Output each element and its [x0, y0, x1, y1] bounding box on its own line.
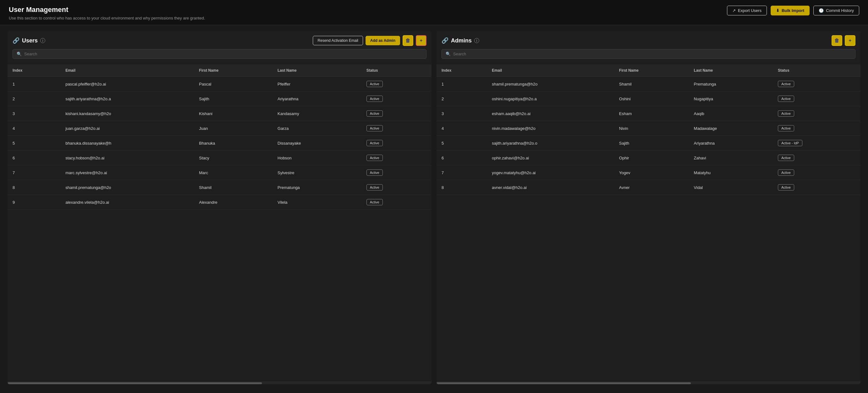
user-email: sajith.ariyarathna@h2o.a [60, 91, 194, 106]
trash-icon: 🗑 [405, 38, 410, 44]
user-lastname: Pfeiffer [273, 77, 362, 91]
admins-scrollbar[interactable] [436, 382, 861, 384]
table-row[interactable]: 9 alexandre.vilela@h2o.ai Alexandre Vile… [7, 195, 432, 210]
table-row[interactable]: 8 avner.vidal@h2o.ai Avner Vidal Active [436, 180, 861, 195]
user-email: marc.sylvestre@h2o.ai [60, 165, 194, 180]
users-search-input[interactable] [24, 52, 423, 56]
admins-trash-icon: 🗑 [834, 38, 839, 44]
admins-panel-actions: 🗑 + [832, 35, 856, 46]
admin-status: Active [773, 150, 861, 165]
user-status: Active [362, 91, 432, 106]
table-row[interactable]: 5 sajith.ariyarathna@h2o.o Sajith Ariyar… [436, 136, 861, 150]
admins-info-icon[interactable]: i [474, 38, 479, 43]
header-actions: ↗ Export Users ⬇ Bulk Import 🕐 Commit Hi… [727, 6, 859, 16]
user-firstname: Marc [194, 165, 273, 180]
table-row[interactable]: 3 esham.aaqib@h2o.ai Esham Aaqib Active [436, 106, 861, 121]
table-row[interactable]: 4 nivin.madawalage@h2o Nivin Madawalage … [436, 121, 861, 136]
users-link-icon: 🔗 [12, 37, 20, 44]
user-status: Active [362, 121, 432, 136]
history-icon: 🕐 [819, 8, 824, 13]
user-index: 5 [7, 136, 60, 150]
table-row[interactable]: 8 shamil.prematunga@h2o Shamil Prematung… [7, 180, 432, 195]
admin-status: Active [773, 180, 861, 195]
users-title-row: 🔗 Users i Resend Activation Email Add as… [12, 35, 427, 46]
admin-index: 4 [436, 121, 487, 136]
admins-scrollbar-thumb [436, 382, 691, 384]
admin-index: 1 [436, 77, 487, 91]
delete-admin-button[interactable]: 🗑 [832, 35, 842, 46]
admins-search-row: 🔍 [441, 49, 856, 59]
user-index: 4 [7, 121, 60, 136]
admin-index: 2 [436, 91, 487, 106]
import-icon: ⬇ [776, 8, 779, 13]
users-scrollbar[interactable] [7, 382, 432, 384]
admins-col-status: Status [773, 64, 861, 77]
user-firstname: Pascal [194, 77, 273, 91]
users-info-icon[interactable]: i [40, 38, 45, 43]
admin-index: 7 [436, 165, 487, 180]
user-status: Active [362, 106, 432, 121]
admin-status: Active [773, 106, 861, 121]
delete-user-button[interactable]: 🗑 [403, 35, 413, 46]
admins-table-body: 1 shamil.prematunga@h2o Shamil Prematung… [436, 77, 861, 195]
admin-index: 6 [436, 150, 487, 165]
table-row[interactable]: 7 yogev.matatyhu@h2o.ai Yogev Matatyhu A… [436, 165, 861, 180]
users-col-lastname: Last Name [273, 64, 362, 77]
admin-email: esham.aaqib@h2o.ai [487, 106, 614, 121]
admin-firstname: Shamil [614, 77, 689, 91]
table-row[interactable]: 2 sajith.ariyarathna@h2o.a Sajith Ariyar… [7, 91, 432, 106]
admins-title-row: 🔗 Admins i 🗑 + [441, 35, 856, 46]
admin-email: avner.vidal@h2o.ai [487, 180, 614, 195]
admin-status: Active [773, 121, 861, 136]
user-firstname: Kishani [194, 106, 273, 121]
user-lastname: Vilela [273, 195, 362, 210]
admin-lastname: Matatyhu [689, 165, 773, 180]
admins-panel-header: 🔗 Admins i 🗑 + 🔍 [436, 31, 861, 64]
export-icon: ↗ [732, 8, 736, 13]
admin-lastname: Aaqib [689, 106, 773, 121]
admin-firstname: Ophir [614, 150, 689, 165]
table-row[interactable]: 6 stacy.hobson@h2o.ai Stacy Hobson Activ… [7, 150, 432, 165]
admin-lastname: Madawalage [689, 121, 773, 136]
add-user-button[interactable]: + [416, 35, 427, 46]
table-row[interactable]: 3 kishani.kandasamy@h2o Kishani Kandasam… [7, 106, 432, 121]
table-row[interactable]: 6 ophir.zahavi@h2o.ai Ophir Zahavi Activ… [436, 150, 861, 165]
page-subtitle: Use this section to control who has acce… [9, 16, 205, 21]
user-index: 9 [7, 195, 60, 210]
admin-index: 3 [436, 106, 487, 121]
table-row[interactable]: 1 shamil.prematunga@h2o Shamil Prematung… [436, 77, 861, 91]
user-firstname: Bhanuka [194, 136, 273, 150]
commit-history-button[interactable]: 🕐 Commit History [813, 6, 859, 16]
export-users-button[interactable]: ↗ Export Users [727, 6, 767, 16]
user-lastname: Dissanayake [273, 136, 362, 150]
admins-search-input[interactable] [453, 52, 851, 56]
admins-col-lastname: Last Name [689, 64, 773, 77]
admin-status: Active [773, 165, 861, 180]
user-index: 1 [7, 77, 60, 91]
table-row[interactable]: 7 marc.sylvestre@h2o.ai Marc Sylvestre A… [7, 165, 432, 180]
add-as-admin-button[interactable]: Add as Admin [366, 36, 400, 45]
admin-email: ophir.zahavi@h2o.ai [487, 150, 614, 165]
resend-activation-email-button[interactable]: Resend Activation Email [313, 36, 363, 45]
table-row[interactable]: 1 pascal.pfeiffer@h2o.ai Pascal Pfeiffer… [7, 77, 432, 91]
user-firstname: Sajith [194, 91, 273, 106]
user-firstname: Juan [194, 121, 273, 136]
admin-status: Active [773, 91, 861, 106]
admin-email: sajith.ariyarathna@h2o.o [487, 136, 614, 150]
user-index: 8 [7, 180, 60, 195]
admin-firstname: Yogev [614, 165, 689, 180]
admins-panel-title: 🔗 Admins i [441, 37, 479, 44]
table-row[interactable]: 2 oshini.nugapitiya@h2o.a Oshini Nugapit… [436, 91, 861, 106]
bulk-import-button[interactable]: ⬇ Bulk Import [771, 6, 810, 16]
user-index: 6 [7, 150, 60, 165]
admins-search-icon: 🔍 [445, 52, 451, 56]
table-row[interactable]: 5 bhanuka.dissanayake@h Bhanuka Dissanay… [7, 136, 432, 150]
user-status: Active [362, 165, 432, 180]
table-row[interactable]: 4 juan.garza@h2o.ai Juan Garza Active [7, 121, 432, 136]
user-lastname: Prematunga [273, 180, 362, 195]
admin-status: Active [773, 77, 861, 91]
user-index: 3 [7, 106, 60, 121]
add-admin-button[interactable]: + [845, 35, 856, 46]
user-email: shamil.prematunga@h2o [60, 180, 194, 195]
users-table-wrapper: Index Email First Name Last Name Status … [7, 64, 432, 382]
